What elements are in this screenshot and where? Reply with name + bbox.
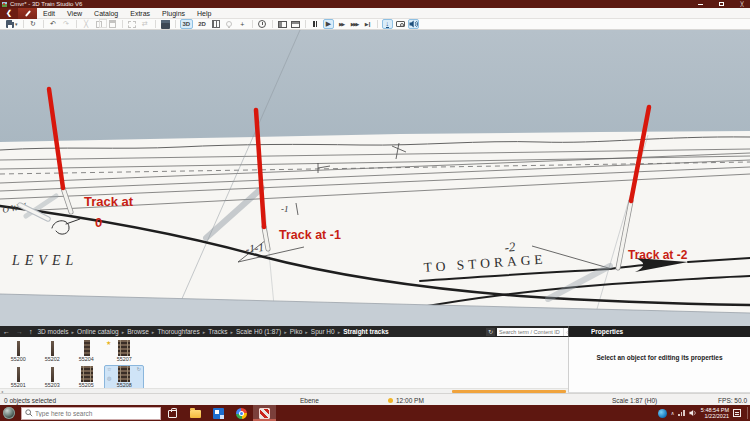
close-button[interactable]: ╳: [736, 1, 748, 8]
annotation-track-0-line2: 0: [95, 215, 102, 230]
catalog-item-55200[interactable]: 55200: [2, 339, 35, 364]
track-thumbnail: [118, 366, 130, 382]
taskbar-store-button[interactable]: [161, 405, 184, 421]
reload-button[interactable]: ↻: [28, 19, 39, 29]
blueprint-mark-1: -1: [281, 204, 289, 214]
menu-extras[interactable]: Extras: [124, 8, 156, 19]
viewport-3d[interactable]: OWN LEVEL TO STORAGE -1 -1-1 -2: [0, 30, 750, 326]
volume-icon[interactable]: [689, 409, 697, 417]
taskbar-search[interactable]: [21, 407, 161, 420]
panel-left-button[interactable]: [277, 19, 288, 29]
clock-icon: [258, 20, 266, 28]
light-button[interactable]: [224, 19, 235, 29]
catalog-refresh-icon[interactable]: ↻: [486, 328, 495, 336]
menu-edit[interactable]: Edit: [37, 8, 61, 19]
paste-icon: [109, 20, 116, 28]
menu-plugins[interactable]: Plugins: [156, 8, 191, 19]
catalog-item-55208-selected[interactable]: ☆ ↻ ◎ 55208: [104, 365, 144, 390]
menu-view[interactable]: View: [61, 8, 88, 19]
redo-button[interactable]: ↷: [61, 19, 72, 29]
back-button[interactable]: ❮: [0, 8, 18, 19]
catalog-item-55203[interactable]: 55203: [36, 365, 69, 390]
breadcrumb-online-catalog[interactable]: Online catalog: [75, 328, 121, 335]
save-button[interactable]: ▾: [5, 19, 19, 29]
breadcrumb-scale-h0[interactable]: Scale H0 (1:87): [234, 328, 283, 335]
faster-forward-button[interactable]: ▶▶▶: [349, 19, 360, 29]
tray-clock[interactable]: 5:48:54 PM 1/22/2021: [701, 407, 729, 420]
sound-button[interactable]: [408, 19, 419, 29]
catalog-item-55204[interactable]: 55204: [70, 339, 103, 364]
action-center-icon[interactable]: [733, 409, 741, 417]
properties-empty-message: Select an object for editing its propert…: [569, 354, 750, 361]
catalog-up-icon[interactable]: ↑: [26, 328, 36, 335]
screenshot-button[interactable]: [395, 19, 406, 29]
menu-help[interactable]: Help: [191, 8, 217, 19]
catalog-item-55202[interactable]: 55202: [36, 339, 69, 364]
properties-panel-header: Properties: [568, 326, 750, 337]
annotation-track-2: Track at -2: [628, 248, 688, 262]
start-button[interactable]: [3, 407, 15, 419]
track-thumbnail: [17, 341, 20, 356]
item-info-icon[interactable]: ◎: [107, 376, 111, 381]
sim-time: 12:00 PM: [396, 397, 424, 404]
taskbar-mail-button[interactable]: [207, 405, 230, 421]
fast-forward-button[interactable]: ▶▶: [336, 19, 347, 29]
taskbar-search-input[interactable]: [35, 410, 153, 417]
undo-button[interactable]: ↶: [48, 19, 59, 29]
maximize-button[interactable]: [715, 1, 727, 8]
cut-button[interactable]: ╳: [81, 19, 92, 29]
view-2d-toggle[interactable]: 2D: [195, 19, 209, 29]
breadcrumb-straight-tracks[interactable]: Straight tracks: [341, 328, 391, 335]
play-button[interactable]: ▶: [323, 19, 334, 29]
select-area-button[interactable]: [127, 19, 138, 29]
show-desktop-button[interactable]: [747, 407, 748, 419]
copy-button[interactable]: [94, 19, 105, 29]
edge-tray-icon[interactable]: [658, 409, 667, 418]
taskbar-train-studio-button[interactable]: [253, 405, 276, 421]
pencil-icon: [24, 10, 30, 17]
skip-end-button[interactable]: ▶❙: [362, 19, 373, 29]
catalog-back-icon[interactable]: ←: [0, 328, 13, 335]
catalog-item-55205[interactable]: 55205: [70, 365, 103, 390]
pause-button[interactable]: [310, 19, 321, 29]
catalog-panel: 55200 55202 55204 ★55207 55201 55203 552…: [0, 337, 568, 393]
transform-button[interactable]: ⇄: [140, 19, 151, 29]
taskbar-explorer-button[interactable]: [184, 405, 207, 421]
catalog-item-55207[interactable]: ★55207: [104, 339, 144, 364]
panel-top-button[interactable]: [290, 19, 301, 29]
minimize-button[interactable]: [694, 1, 706, 8]
track-thumbnail: [51, 367, 54, 382]
draw-mode-button[interactable]: [18, 8, 37, 19]
taskbar-browser-button[interactable]: [230, 405, 253, 421]
layers-icon: [212, 20, 220, 28]
catalog-search-input[interactable]: [497, 328, 563, 336]
download-button[interactable]: ↓: [382, 19, 393, 29]
view-3d-toggle[interactable]: 3D: [180, 19, 194, 29]
search-icon: [25, 409, 33, 417]
download-icon: ↓: [386, 21, 390, 28]
panel-top-icon: [291, 21, 300, 28]
breadcrumb-tracks[interactable]: Tracks: [206, 328, 229, 335]
breadcrumb-3d-models[interactable]: 3D models: [36, 328, 71, 335]
menu-catalog[interactable]: Catalog: [88, 8, 124, 19]
paste-button[interactable]: [107, 19, 118, 29]
speaker-icon: [409, 20, 418, 28]
breadcrumb-browse[interactable]: Browse: [125, 328, 151, 335]
layer-status: Ebene: [300, 397, 319, 404]
tray-expand-icon[interactable]: ∧: [671, 410, 675, 416]
layers-button[interactable]: [211, 19, 222, 29]
item-star-icon[interactable]: ☆: [107, 367, 111, 372]
item-refresh-icon[interactable]: ↻: [137, 367, 141, 372]
network-icon[interactable]: [678, 410, 685, 416]
catalog-item-55201[interactable]: 55201: [2, 365, 35, 390]
board-icon: [161, 20, 170, 29]
catalog-forward-icon[interactable]: →: [13, 328, 26, 335]
daytime-sun-icon: [388, 398, 393, 403]
breadcrumb-piko[interactable]: Piko: [288, 328, 305, 335]
breadcrumb-spur-h0[interactable]: Spur H0: [309, 328, 337, 335]
board-button[interactable]: [160, 19, 171, 29]
breadcrumb-thoroughfares[interactable]: Thoroughfares: [155, 328, 201, 335]
properties-panel: Select an object for editing its propert…: [568, 337, 750, 393]
add-button[interactable]: +: [237, 19, 248, 29]
time-button[interactable]: [257, 19, 268, 29]
